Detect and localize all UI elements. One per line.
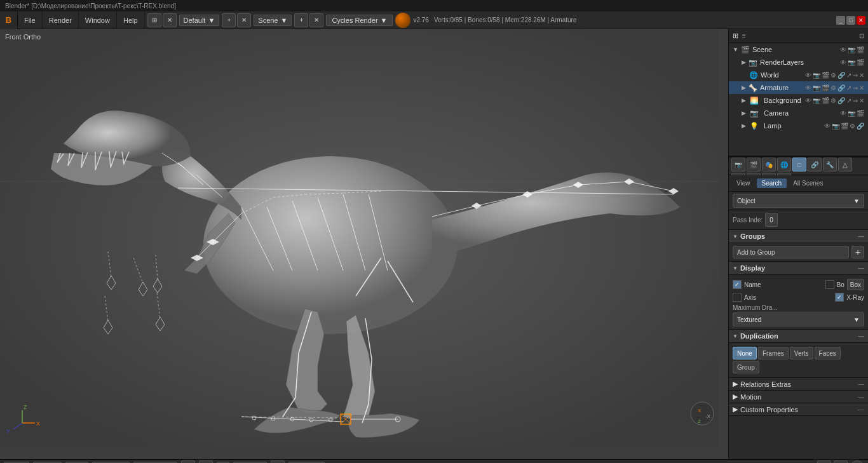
world-extra-icon3[interactable]: ✕ (859, 72, 864, 79)
add-screen-btn[interactable]: + (222, 13, 236, 27)
armature-cam-icon[interactable]: 📷 (813, 84, 820, 91)
menu-file[interactable]: File (18, 11, 43, 29)
viewport-shading-btn[interactable]: ○ (181, 460, 195, 464)
transform-btn[interactable]: ↕ (199, 460, 213, 464)
record-btn[interactable]: ⏺ (817, 460, 831, 464)
motion-header[interactable]: ▶ Motion — (729, 391, 868, 403)
viewport[interactable]: Front Ortho (0, 29, 728, 459)
cam-eye-icon[interactable]: 👁 (840, 110, 846, 117)
world-render-icon[interactable]: 🎬 (822, 72, 829, 79)
bg-extra3[interactable]: ✕ (859, 97, 864, 104)
outliner-world-item[interactable]: 🌐 World 👁 📷 🎬 ⚙ 🔗 ↗ ⇒ ✕ (729, 69, 868, 81)
pass-index-value[interactable]: 0 (765, 213, 778, 227)
restrict-view-icon[interactable]: 📷 (848, 46, 855, 53)
armature-eye-icon[interactable]: 👁 (805, 84, 811, 91)
menu-window[interactable]: Window (79, 11, 117, 29)
dup-group-btn[interactable]: Group (733, 361, 759, 373)
outliner-camera-item[interactable]: ▶ 📷 Camera 👁 📷 🎬 (729, 107, 868, 119)
tab-all-scenes[interactable]: All Scenes (788, 178, 828, 188)
cam-render-icon[interactable]: 🎬 (857, 110, 864, 117)
name-checkbox[interactable] (733, 280, 742, 289)
remove-scene-btn[interactable]: ✕ (309, 13, 323, 27)
bo-checkbox[interactable] (825, 280, 834, 289)
box-field[interactable]: Box (847, 279, 864, 290)
world-settings-icon[interactable]: ⚙ (831, 72, 836, 79)
lamp-cam-icon[interactable]: 📷 (832, 123, 839, 130)
world-extra-icon1[interactable]: ↗ (846, 72, 851, 79)
bg-settings-icon[interactable]: ⚙ (831, 97, 836, 104)
nav-widget[interactable]: ⊕ (850, 460, 864, 464)
minimize-btn[interactable]: _ (836, 16, 845, 25)
menu-help[interactable]: Help (117, 11, 145, 29)
prop-modifier-btn[interactable]: 🔧 (823, 158, 837, 171)
armature-render-icon[interactable]: 🎬 (822, 84, 829, 91)
close-btn[interactable]: ✕ (857, 16, 865, 25)
bg-link-icon[interactable]: 🔗 (837, 97, 845, 104)
display-section-header[interactable]: ▼ Display — (729, 262, 868, 275)
snap-icon-btn[interactable]: 🧲 (271, 460, 285, 464)
bg-eye-icon[interactable]: 👁 (805, 97, 811, 104)
textured-dropdown[interactable]: Textured ▼ (733, 312, 864, 326)
world-link-icon[interactable]: 🔗 (837, 72, 845, 79)
lamp-eye-icon[interactable]: 👁 (824, 123, 831, 130)
bg-extra1[interactable]: ↗ (846, 97, 851, 104)
bg-cam-icon[interactable]: 📷 (813, 97, 820, 104)
groups-section-header[interactable]: ▼ Groups — (729, 230, 868, 243)
prop-object-btn[interactable]: □ (792, 158, 806, 171)
prop-scene-btn[interactable]: 🎭 (762, 158, 776, 171)
renderlayers-render-icon[interactable]: 🎬 (857, 59, 864, 66)
screen-layout-selector[interactable]: Default ▼ (179, 15, 220, 26)
prop-renderlayers-btn[interactable]: 🎬 (747, 158, 761, 171)
outliner-background-item[interactable]: ▶ 🌅 Background 👁 📷 🎬 ⚙ 🔗 ↗ ⇒ ✕ (729, 94, 868, 107)
bg-render-icon[interactable]: 🎬 (822, 97, 829, 104)
armature-extra2[interactable]: ⇒ (853, 84, 858, 91)
restrict-render-icon[interactable]: 👁 (840, 46, 846, 53)
custom-properties-header[interactable]: ▶ Custom Properties — (729, 403, 868, 416)
outliner-renderlayers-item[interactable]: ▶ 📷 RenderLayers 👁 📷 🎬 (729, 56, 868, 69)
prop-data-btn[interactable]: △ (838, 158, 852, 171)
armature-settings-icon[interactable]: ⚙ (831, 84, 836, 91)
close-screen-btn[interactable]: ✕ (163, 13, 177, 27)
axis-checkbox[interactable] (733, 293, 742, 302)
tab-view[interactable]: View (731, 178, 756, 188)
world-cam-icon[interactable]: 📷 (813, 72, 820, 79)
armature-extra1[interactable]: ↗ (846, 84, 851, 91)
prop-constraints-btn[interactable]: 🔗 (808, 158, 822, 171)
outliner-armature-item[interactable]: ▶ 🦴 Armature 👁 📷 🎬 ⚙ 🔗 ↗ ⇒ ✕ (729, 81, 868, 94)
trex-viewport[interactable]: X Z Y X -X Z (0, 29, 728, 459)
add-group-plus-btn[interactable]: + (851, 246, 864, 258)
add-scene-btn[interactable]: + (294, 13, 308, 27)
duplication-section-header[interactable]: ▼ Duplication — (729, 330, 868, 343)
renderlayers-cam-icon[interactable]: 📷 (848, 59, 855, 66)
world-eye-icon[interactable]: 👁 (805, 72, 811, 79)
dup-frames-btn[interactable]: Frames (758, 347, 789, 359)
add-to-group-btn[interactable]: Add to Group (733, 246, 849, 258)
scene-selector[interactable]: Scene ▼ (254, 15, 292, 26)
relations-extras-header[interactable]: ▶ Relations Extras — (729, 378, 868, 391)
restrict-select-icon[interactable]: 🎬 (857, 46, 864, 53)
anim-btn[interactable]: 🎞 (834, 460, 848, 464)
remove-screen-btn[interactable]: ✕ (237, 13, 251, 27)
dup-verts-btn[interactable]: Verts (790, 347, 813, 359)
viewport-icon-btn[interactable]: ⊞ (147, 13, 161, 27)
dup-none-btn[interactable]: None (733, 347, 757, 359)
tab-search[interactable]: Search (757, 178, 787, 188)
renderlayers-eye-icon[interactable]: 👁 (840, 59, 846, 66)
bg-extra2[interactable]: ⇒ (853, 97, 858, 104)
prop-render-btn[interactable]: 📷 (731, 158, 745, 171)
armature-extra3[interactable]: ✕ (859, 84, 864, 91)
outliner-scene-item[interactable]: ▼ 🎬 Scene 👁 📷 🎬 (729, 43, 868, 56)
cam-cam-icon[interactable]: 📷 (848, 110, 855, 117)
outliner-lamp-item[interactable]: ▶ 💡 Lamp 👁 📷 🎬 ⚙ 🔗 (729, 119, 868, 132)
prop-world-btn[interactable]: 🌐 (777, 158, 791, 171)
dup-faces-btn[interactable]: Faces (815, 347, 841, 359)
render-engine-selector[interactable]: Cycles Render ▼ (326, 15, 393, 26)
object-dropdown[interactable]: Object ▼ (733, 194, 864, 208)
world-extra-icon2[interactable]: ⇒ (853, 72, 858, 79)
lamp-link-icon[interactable]: 🔗 (857, 123, 864, 130)
armature-link-icon[interactable]: 🔗 (837, 84, 845, 91)
maximize-btn[interactable]: □ (846, 16, 855, 25)
menu-render[interactable]: Render (43, 11, 79, 29)
lamp-settings-icon[interactable]: ⚙ (850, 123, 855, 130)
xray-checkbox[interactable] (835, 293, 844, 302)
